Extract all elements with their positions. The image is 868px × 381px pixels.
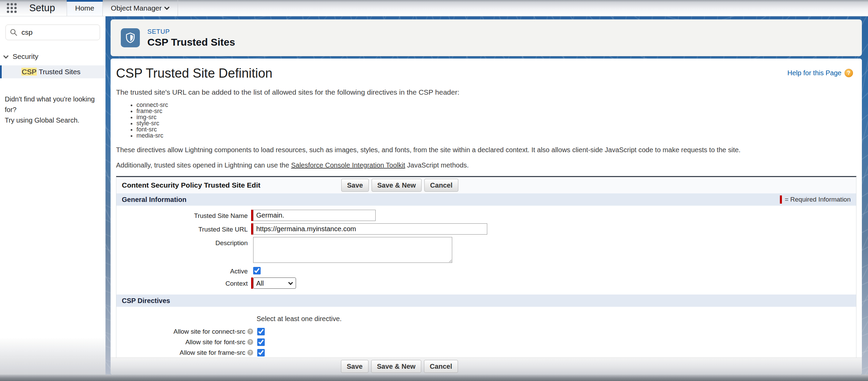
trusted-site-url-label: Trusted Site URL bbox=[116, 223, 251, 233]
active-checkbox[interactable] bbox=[253, 267, 261, 274]
bullet-item: img-src bbox=[136, 114, 862, 120]
directive-note: Select at least one directive. bbox=[257, 315, 856, 323]
sidebar-item-label: CSP Trusted Sites bbox=[21, 68, 81, 76]
allow-font-src-checkbox[interactable] bbox=[257, 338, 265, 346]
cancel-button[interactable]: Cancel bbox=[424, 179, 458, 192]
required-indicator bbox=[780, 195, 782, 204]
directive-row: Allow site for frame-src? bbox=[116, 347, 856, 358]
sidebar-search-box[interactable] bbox=[5, 25, 100, 40]
search-highlight: CSP bbox=[21, 68, 37, 76]
directive-row: Allow site for font-src? bbox=[116, 337, 856, 347]
allow-frame-src-checkbox[interactable] bbox=[257, 349, 265, 356]
description-label: Description bbox=[116, 237, 251, 247]
search-icon bbox=[10, 29, 17, 36]
tab-object-manager[interactable]: Object Manager bbox=[103, 0, 178, 16]
page-header-card: SETUP CSP Trusted Sites bbox=[111, 19, 862, 56]
help-icon[interactable]: ? bbox=[247, 350, 253, 355]
console-toolkit-link[interactable]: Salesforce Console Integration Toolkit bbox=[291, 161, 405, 169]
header-eyebrow: SETUP bbox=[147, 28, 235, 35]
bullet-item: media-src bbox=[136, 132, 862, 139]
bullet-item: style-src bbox=[136, 120, 862, 126]
toolkit-paragraph: Additionally, trusted sites opened in Li… bbox=[116, 161, 862, 169]
top-button-row: Save Save & New Cancel bbox=[341, 179, 458, 192]
help-for-this-page-link[interactable]: Help for this Page ? bbox=[787, 69, 853, 77]
security-shield-icon bbox=[121, 28, 140, 47]
required-information-legend: = Required Information bbox=[780, 195, 851, 204]
sidebar-help-text: Didn't find what you're looking for? Try… bbox=[5, 94, 101, 126]
description-textarea[interactable] bbox=[253, 237, 452, 263]
sidebar-group-label: Security bbox=[13, 52, 38, 61]
allow-connect-src-label: Allow site for connect-src bbox=[174, 328, 245, 335]
app-launcher-icon[interactable] bbox=[7, 3, 17, 13]
sidebar-item-csp-trusted-sites[interactable]: CSP Trusted Sites bbox=[0, 65, 105, 78]
panel-footer: Save Save & New Cancel bbox=[111, 358, 862, 375]
chevron-down-icon bbox=[164, 5, 170, 10]
sidebar-group-security[interactable]: Security bbox=[0, 52, 105, 61]
save-and-new-button[interactable]: Save & New bbox=[371, 360, 421, 373]
help-icon[interactable]: ? bbox=[247, 339, 253, 345]
bullet-item: connect-src bbox=[136, 102, 862, 108]
trusted-site-url-input[interactable] bbox=[253, 223, 487, 235]
context-label: Context bbox=[116, 277, 251, 287]
nav-tabs: Home Object Manager bbox=[67, 0, 178, 16]
tab-home-label: Home bbox=[75, 4, 94, 12]
intro-text: The trusted site's URL can be added to t… bbox=[116, 88, 862, 96]
context-select[interactable]: All bbox=[253, 277, 296, 289]
directive-row: Allow site for connect-src? bbox=[116, 326, 856, 337]
general-information-header: General Information = Required Informati… bbox=[116, 193, 856, 206]
save-button[interactable]: Save bbox=[341, 360, 369, 373]
cancel-button[interactable]: Cancel bbox=[424, 360, 458, 373]
active-label: Active bbox=[116, 265, 251, 275]
description-paragraph: These directives allow Lightning compone… bbox=[116, 146, 862, 154]
allow-frame-src-label: Allow site for frame-src bbox=[180, 349, 245, 356]
save-and-new-button[interactable]: Save & New bbox=[372, 179, 422, 192]
trusted-site-name-input[interactable] bbox=[253, 210, 376, 221]
directive-bullet-list: connect-src frame-src img-src style-src … bbox=[130, 102, 862, 139]
chevron-down-icon bbox=[3, 53, 9, 59]
help-question-icon[interactable]: ? bbox=[845, 69, 853, 77]
page-title: CSP Trusted Site Definition bbox=[116, 66, 273, 81]
general-information-form: Trusted Site Name Trusted Site URL bbox=[116, 206, 856, 295]
help-icon[interactable]: ? bbox=[247, 329, 253, 334]
trusted-site-name-label: Trusted Site Name bbox=[116, 210, 251, 220]
quick-find-input[interactable] bbox=[21, 28, 96, 36]
bullet-item: frame-src bbox=[136, 108, 862, 114]
edit-section-title: Content Security Policy Trusted Site Edi… bbox=[122, 181, 260, 189]
csp-directives-header: CSP Directives bbox=[116, 295, 856, 307]
trusted-site-edit-section: Content Security Policy Trusted Site Edi… bbox=[116, 176, 856, 375]
setup-background: SETUP CSP Trusted Sites CSP Trusted Site… bbox=[105, 16, 868, 381]
main-panel: CSP Trusted Site Definition Help for thi… bbox=[111, 59, 862, 375]
save-button[interactable]: Save bbox=[341, 179, 369, 192]
allow-font-src-label: Allow site for font-src bbox=[185, 338, 245, 346]
setup-sidebar: Security CSP Trusted Sites Didn't find w… bbox=[0, 16, 105, 381]
bottom-gradient-strip bbox=[0, 375, 868, 381]
header-title: CSP Trusted Sites bbox=[147, 36, 235, 48]
app-title: Setup bbox=[29, 2, 55, 14]
allow-connect-src-checkbox[interactable] bbox=[257, 328, 265, 335]
top-navbar: Setup Home Object Manager bbox=[0, 0, 868, 16]
tab-home[interactable]: Home bbox=[67, 0, 103, 16]
bullet-item: font-src bbox=[136, 126, 862, 132]
bottom-button-row: Save Save & New Cancel bbox=[341, 360, 458, 373]
tab-object-manager-label: Object Manager bbox=[111, 4, 162, 12]
